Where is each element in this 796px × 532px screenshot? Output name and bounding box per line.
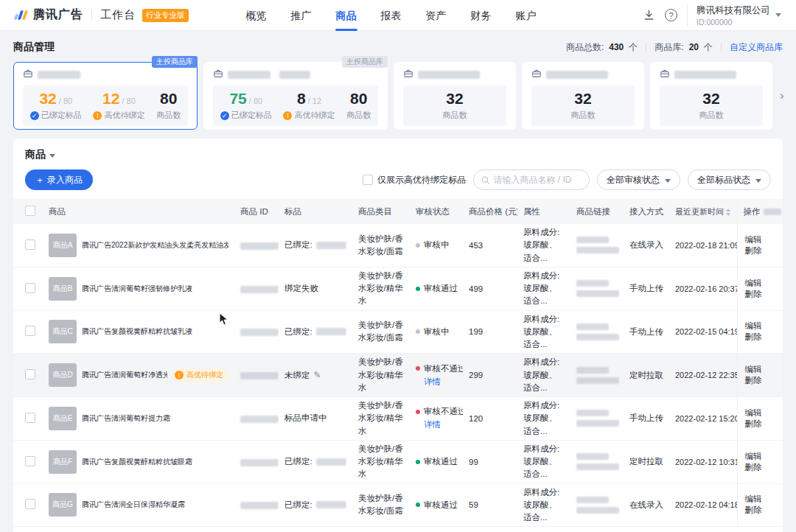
delete-button[interactable]: 删除 bbox=[745, 505, 762, 514]
link-redacted-line bbox=[576, 237, 609, 243]
row-checkbox[interactable] bbox=[25, 239, 35, 250]
custom-library-link[interactable]: 自定义商品库 bbox=[730, 41, 783, 54]
product-id-redacted bbox=[240, 242, 279, 250]
category-cell: 美妆护肤/香水彩妆/面霜 bbox=[352, 224, 410, 267]
status-text: 审核通过 bbox=[424, 456, 458, 467]
nav-item[interactable]: 商品 bbox=[336, 0, 357, 31]
status-indicator: 审核不通过 bbox=[416, 363, 457, 374]
sort-icon[interactable] bbox=[726, 209, 732, 216]
row-checkbox[interactable] bbox=[25, 499, 35, 509]
library-stat: 80商品数 bbox=[156, 90, 181, 121]
price-cell: 199 bbox=[463, 310, 517, 354]
library-stats: 32 / 80✓已绑定标品12 / 80!高优待绑定80商品数 bbox=[23, 85, 188, 126]
status-cell: 审核不通过详情 bbox=[410, 354, 463, 397]
product-info: 商品G腾讯广告清润全日保湿精华凝露 bbox=[49, 493, 228, 517]
row-checkbox[interactable] bbox=[25, 326, 35, 336]
status-text: 审核不通过 bbox=[424, 406, 463, 417]
status-dot-icon bbox=[416, 243, 420, 248]
library-card[interactable]: 32商品数 bbox=[650, 62, 772, 130]
library-corner-badge: 主投商品库 bbox=[152, 56, 198, 68]
actions-cell: 编辑删除 bbox=[737, 224, 783, 267]
column-header: 商品链接 bbox=[570, 199, 624, 224]
delete-button[interactable]: 删除 bbox=[745, 246, 762, 255]
standard-status-select[interactable]: 全部标品状态 bbox=[688, 169, 771, 190]
updated-time-cell: 2022-02-12 15:20:3 bbox=[669, 397, 737, 441]
edit-button[interactable]: 编辑 bbox=[745, 408, 762, 417]
column-header: 标品 bbox=[279, 199, 352, 224]
updated-time-cell: 2022-02-12 10:31:0 bbox=[669, 440, 737, 483]
attributes-cell: 原料成分: 玻尿酸、适合... bbox=[517, 354, 570, 397]
delete-button[interactable]: 删除 bbox=[745, 419, 762, 428]
status-dot-icon bbox=[416, 366, 420, 371]
delete-button[interactable]: 删除 bbox=[745, 376, 762, 385]
library-card[interactable]: 32商品数 bbox=[394, 62, 516, 130]
row-checkbox[interactable] bbox=[25, 456, 35, 466]
nav-item[interactable]: 推广 bbox=[291, 0, 312, 31]
updated-time-cell: 2022-02-12 04:18:5 bbox=[669, 483, 737, 527]
column-header-label: 商品 bbox=[49, 207, 66, 216]
audit-status-select[interactable]: 全部审核状态 bbox=[597, 169, 680, 190]
edit-pencil-icon[interactable]: ✎ bbox=[314, 370, 321, 380]
navbar-right: ? 腾讯科技有限公司 ID:000000 bbox=[643, 4, 781, 27]
delete-button[interactable]: 删除 bbox=[745, 332, 762, 341]
stat-value: 80 bbox=[156, 90, 181, 108]
bound-tag-icon: ✓ bbox=[220, 111, 229, 120]
library-card[interactable]: 主投商品库75 / 80✓已绑定标品8 / 12!高优待绑定80商品数 bbox=[203, 62, 388, 130]
link-cell bbox=[570, 224, 624, 267]
status-detail-link[interactable]: 详情 bbox=[424, 419, 441, 430]
select-all-checkbox[interactable] bbox=[25, 206, 35, 216]
audit-status-select-value: 全部审核状态 bbox=[607, 174, 660, 186]
delete-button[interactable]: 删除 bbox=[745, 463, 762, 472]
product-name: 腾讯广告复颜视黄醇精粹抗皱眼霜 bbox=[82, 457, 192, 467]
nav-item[interactable]: 财务 bbox=[471, 0, 492, 31]
library-card-header bbox=[531, 69, 635, 80]
briefcase-icon bbox=[403, 69, 413, 81]
stat-denominator: / 12 bbox=[306, 97, 321, 105]
table-row: 商品G腾讯广告清润全日保湿精华凝露已绑定:美妆护肤/香水彩妆/面霜审核通过59原… bbox=[13, 483, 783, 527]
nav-item[interactable]: 报表 bbox=[381, 0, 402, 31]
table-row: 商品C腾讯广告复颜视黄醇精粹抗皱乳液已绑定:美妆护肤/香水彩妆/面霜审核中199… bbox=[13, 310, 783, 354]
row-checkbox-cell bbox=[13, 267, 43, 310]
nav-item[interactable]: 概览 bbox=[246, 0, 267, 31]
add-product-button[interactable]: ＋ 录入商品 bbox=[25, 169, 93, 190]
edit-button[interactable]: 编辑 bbox=[745, 452, 762, 461]
edit-button[interactable]: 编辑 bbox=[745, 494, 762, 503]
nav-item[interactable]: 账户 bbox=[516, 0, 537, 31]
library-stats: 32商品数 bbox=[403, 85, 506, 126]
edit-button[interactable]: 编辑 bbox=[745, 365, 762, 374]
delete-button[interactable]: 删除 bbox=[745, 290, 762, 298]
workspace-title: 工作台 bbox=[100, 8, 136, 22]
status-dot-icon bbox=[416, 503, 420, 507]
product-id-cell bbox=[234, 310, 279, 354]
status-indicator: 审核中 bbox=[416, 326, 457, 337]
link-cell bbox=[570, 440, 624, 483]
status-dot-icon bbox=[416, 410, 420, 414]
row-checkbox[interactable] bbox=[25, 369, 35, 379]
download-icon[interactable] bbox=[643, 9, 655, 21]
page-title: 商品管理 bbox=[13, 41, 55, 54]
library-card[interactable]: 主投商品库32 / 80✓已绑定标品12 / 80!高优待绑定80商品数 bbox=[13, 62, 198, 130]
standard-state-label: 已绑定: bbox=[284, 456, 313, 467]
help-icon[interactable]: ? bbox=[665, 9, 677, 21]
account-menu[interactable]: 腾讯科技有限公司 ID:000000 bbox=[687, 4, 781, 27]
nav-item[interactable]: 资产 bbox=[426, 0, 447, 31]
edition-badge: 行业专业版 bbox=[142, 9, 189, 22]
row-checkbox[interactable] bbox=[25, 283, 35, 293]
priority-filter-checkbox[interactable] bbox=[363, 175, 373, 185]
standard-state-label: 未绑定 bbox=[284, 370, 310, 381]
row-checkbox[interactable] bbox=[25, 413, 35, 423]
search-input[interactable] bbox=[493, 175, 582, 185]
edit-button[interactable]: 编辑 bbox=[745, 235, 762, 244]
standard-cell: 已绑定: bbox=[279, 483, 352, 527]
standard-cell: 绑定失败 bbox=[279, 267, 352, 310]
library-card[interactable]: 32商品数 bbox=[522, 62, 644, 130]
column-header-label: 属性 bbox=[523, 207, 540, 216]
stat-label: ✓已绑定标品 bbox=[220, 110, 272, 121]
link-redacted-line bbox=[576, 463, 619, 470]
carousel-next-button[interactable]: › bbox=[778, 87, 784, 105]
status-detail-link[interactable]: 详情 bbox=[424, 377, 441, 388]
edit-button[interactable]: 编辑 bbox=[745, 321, 762, 330]
section-title-dropdown[interactable]: 商品 bbox=[13, 148, 783, 161]
standard-info: 已绑定: bbox=[284, 456, 346, 467]
edit-button[interactable]: 编辑 bbox=[745, 279, 762, 287]
